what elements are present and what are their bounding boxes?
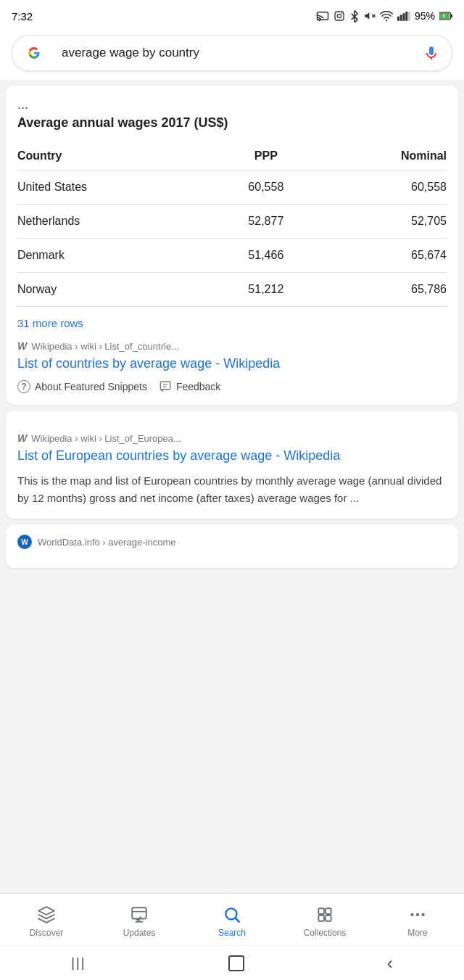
table-cell-2: 60,558 (316, 170, 447, 205)
source-line: W Wikipedia › wiki › List_of_countrie... (17, 340, 447, 352)
table-cell-1: 51,212 (215, 273, 316, 307)
snippet-title: Average annual wages 2017 (US$) (17, 115, 447, 131)
search-bar[interactable]: average wage by country (12, 35, 452, 71)
android-nav: ||| ‹ (0, 945, 464, 980)
bottom-nav: Discover Updates Search (0, 893, 464, 945)
wage-table: Country PPP Nominal United States60,5586… (17, 142, 447, 307)
svg-rect-19 (160, 382, 170, 390)
collections-icon (315, 905, 335, 925)
nav-item-collections[interactable]: Collections (278, 905, 371, 938)
svg-point-34 (421, 913, 424, 915)
about-snippets-label: About Featured Snippets (35, 381, 147, 392)
feedback-button[interactable]: Feedback (159, 380, 220, 393)
table-cell-1: 52,877 (215, 205, 316, 239)
svg-rect-30 (318, 915, 324, 921)
signal-icon (397, 11, 410, 21)
svg-rect-10 (397, 17, 399, 21)
table-row: United States60,55860,558 (17, 170, 447, 205)
snippet-dots: ... (17, 97, 447, 112)
android-back-button[interactable]: ‹ (387, 953, 393, 973)
table-row: Netherlands52,87752,705 (17, 205, 447, 239)
svg-point-9 (386, 20, 387, 21)
result-3-card: W WorldData.info › average-income (6, 524, 458, 568)
wifi-icon (380, 11, 393, 21)
table-cell-2: 65,786 (316, 273, 447, 307)
nav-label-search: Search (218, 928, 246, 938)
nav-label-more: More (407, 928, 427, 938)
svg-rect-17 (451, 15, 452, 18)
table-row: Denmark51,46665,674 (17, 239, 447, 273)
svg-marker-6 (365, 12, 369, 19)
battery-percent: 95% (415, 10, 435, 22)
discover-icon (36, 905, 57, 925)
svg-rect-12 (402, 13, 405, 21)
more-icon (407, 905, 428, 925)
table-cell-0: Netherlands (17, 205, 215, 239)
question-circle-icon: ? (17, 380, 30, 393)
feedback-icon (159, 380, 172, 393)
nav-item-updates[interactable]: Updates (93, 905, 186, 938)
battery-icon (439, 12, 452, 20)
android-home-button[interactable] (228, 955, 244, 971)
svg-point-3 (341, 13, 343, 15)
table-cell-0: United States (17, 170, 215, 205)
svg-rect-28 (318, 908, 324, 914)
source-line-2: W Wikipedia › wiki › List_of_Europea... (17, 432, 447, 444)
snippet-actions: ? About Featured Snippets Feedback (17, 380, 447, 393)
cast-icon (316, 10, 329, 22)
svg-rect-29 (326, 908, 331, 914)
result-2-card: W Wikipedia › wiki › List_of_Europea... … (6, 411, 458, 519)
nav-item-search[interactable]: Search (186, 905, 278, 938)
worlddata-breadcrumb: WorldData.info › average-income (38, 537, 176, 548)
android-recent-button[interactable]: ||| (71, 955, 86, 971)
main-content: ... Average annual wages 2017 (US$) Coun… (0, 80, 464, 674)
result-snippet-2: This is the map and list of European cou… (17, 472, 447, 507)
svg-rect-14 (408, 12, 410, 21)
source-breadcrumb-1: Wikipedia › wiki › List_of_countrie... (31, 341, 179, 352)
col-header-nominal: Nominal (316, 142, 447, 170)
bluetooth-icon (349, 9, 360, 22)
nav-label-collections: Collections (304, 928, 347, 938)
nav-item-discover[interactable]: Discover (0, 905, 93, 938)
table-cell-1: 60,558 (215, 170, 316, 205)
feedback-label: Feedback (176, 381, 220, 392)
wiki-w-icon-2: W (17, 432, 27, 444)
nav-item-more[interactable]: More (371, 905, 464, 938)
svg-line-27 (236, 918, 239, 921)
google-g-icon (24, 43, 44, 63)
table-cell-2: 52,705 (316, 205, 447, 239)
result-title-link-1[interactable]: List of countries by average wage - Wiki… (17, 355, 447, 373)
table-cell-0: Denmark (17, 239, 215, 273)
result-title-link-2[interactable]: List of European countries by average wa… (17, 447, 447, 465)
featured-snippet-card: ... Average annual wages 2017 (US$) Coun… (6, 86, 458, 405)
nav-label-updates: Updates (123, 928, 156, 938)
mute-icon (364, 10, 376, 22)
table-row: Norway51,21265,786 (17, 273, 447, 307)
svg-rect-13 (405, 12, 407, 21)
more-rows-link[interactable]: 31 more rows (17, 317, 83, 329)
svg-rect-31 (326, 915, 331, 921)
nav-label-discover: Discover (30, 928, 64, 938)
source-breadcrumb-2: Wikipedia › wiki › List_of_Europea... (31, 433, 181, 444)
wiki-w-icon: W (17, 340, 27, 352)
table-cell-0: Norway (17, 273, 215, 307)
status-icons: 95% (316, 9, 452, 22)
col-header-country: Country (17, 142, 215, 170)
svg-point-32 (410, 913, 413, 915)
search-bar-container: average wage by country (0, 29, 464, 80)
svg-point-2 (337, 14, 341, 17)
status-bar: 7:32 95% (0, 0, 464, 29)
table-cell-2: 65,674 (316, 239, 447, 273)
search-nav-icon (222, 905, 242, 925)
worlddata-favicon: W (17, 535, 32, 549)
about-featured-snippets-button[interactable]: ? About Featured Snippets (17, 380, 147, 393)
table-header-row: Country PPP Nominal (17, 142, 447, 170)
table-cell-1: 51,466 (215, 239, 316, 273)
status-time: 7:32 (12, 10, 33, 22)
svg-rect-23 (132, 907, 146, 918)
svg-point-33 (416, 913, 419, 915)
worlddata-source-line: W WorldData.info › average-income (17, 535, 447, 549)
svg-rect-11 (400, 15, 402, 21)
instagram-icon (334, 10, 345, 22)
mic-icon[interactable] (423, 44, 440, 62)
